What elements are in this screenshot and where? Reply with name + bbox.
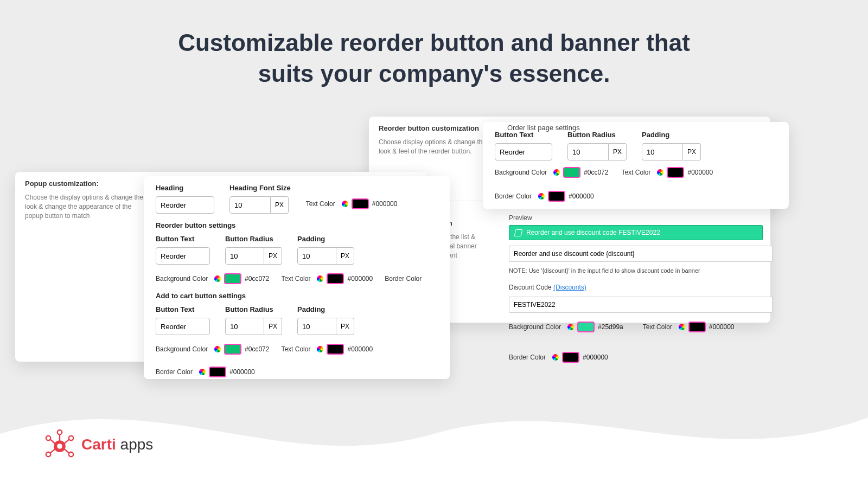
svg-point-3 xyxy=(69,436,73,440)
button-radius-field: Button Radius PX xyxy=(567,131,627,160)
svg-point-6 xyxy=(46,436,50,440)
heading-label: Heading xyxy=(156,184,214,192)
order-list-title: Order list page settings xyxy=(507,124,580,132)
color-swatch xyxy=(688,322,706,332)
svg-point-5 xyxy=(46,452,50,457)
color-wheel-icon xyxy=(538,193,545,200)
svg-line-8 xyxy=(64,439,69,444)
color-wheel-icon xyxy=(317,275,323,282)
sec1-border-color[interactable]: Border Color xyxy=(385,275,425,282)
banner-note: NOTE: Use '{discount}' in the input fiel… xyxy=(509,267,763,274)
popup-side-desc: Choose the display options & change the … xyxy=(25,193,144,220)
sec1-text-color[interactable]: Text Color#000000 xyxy=(281,273,373,284)
orderlist-text-color[interactable]: Text Color #000000 xyxy=(621,167,713,178)
popup-side: Popup customization: Choose the display … xyxy=(15,172,154,228)
reorder-side-title: Reorder button customization xyxy=(379,124,493,132)
reorder-side-desc: Choose display options & change the look… xyxy=(379,138,493,156)
color-wheel-icon xyxy=(567,324,574,330)
banner-body: Preview Reorder and use discount code FE… xyxy=(509,214,763,363)
unit-px: PX xyxy=(683,143,701,160)
heading-font-label: Heading Font Size xyxy=(229,184,291,192)
unit-px: PX xyxy=(271,196,289,214)
sec2-radius-input[interactable] xyxy=(225,318,264,335)
banner-template-input[interactable] xyxy=(509,246,773,262)
megaphone-icon xyxy=(514,229,523,236)
sec2-text-color[interactable]: Text Color#000000 xyxy=(281,344,373,355)
sec1-padding-input[interactable] xyxy=(297,247,336,265)
sec1-radius-input[interactable] xyxy=(225,247,264,265)
order-list-settings-card: Button Text Button Radius PX Padding PX … xyxy=(483,122,789,209)
color-swatch xyxy=(577,322,595,332)
color-swatch xyxy=(352,198,369,209)
color-wheel-icon xyxy=(657,169,663,176)
discounts-link[interactable]: (Discounts) xyxy=(553,284,586,291)
add-to-cart-settings-title: Add to cart button settings xyxy=(156,292,438,300)
button-text-field: Button Text xyxy=(495,131,552,160)
color-swatch xyxy=(548,191,565,202)
orderlist-bg-color[interactable]: Background Color #0cc072 xyxy=(495,167,608,178)
popup-settings-card: Heading Heading Font Size PX Text Color … xyxy=(144,176,450,379)
color-wheel-icon xyxy=(317,346,323,352)
sec2-padding-input[interactable] xyxy=(297,318,336,335)
svg-point-1 xyxy=(57,444,62,449)
brand-logo: Carti apps xyxy=(43,428,153,461)
svg-line-9 xyxy=(64,449,69,453)
banner-bg-color[interactable]: Background Color #25d99a xyxy=(509,322,623,332)
color-swatch xyxy=(667,167,684,178)
heading-text-color[interactable]: Text Color #000000 xyxy=(306,198,398,209)
heading-font-input[interactable] xyxy=(229,196,271,214)
reorder-button-settings-title: Reorder button settings xyxy=(156,221,438,229)
banner-preview: Reorder and use discount code FESTIVE202… xyxy=(509,225,763,240)
sec2-button-text-input[interactable] xyxy=(156,318,210,335)
svg-point-4 xyxy=(69,452,73,457)
banner-preview-text: Reorder and use discount code FESTIVE202… xyxy=(526,229,660,236)
svg-line-10 xyxy=(50,449,55,453)
discount-code-input[interactable] xyxy=(509,297,773,313)
brand-name: Carti xyxy=(81,436,116,453)
banner-text-color[interactable]: Text Color #000000 xyxy=(643,322,735,332)
sec1-button-text-input[interactable] xyxy=(156,247,210,265)
hero-line-2: suits your company's essence. xyxy=(0,58,868,89)
color-wheel-icon xyxy=(553,169,560,176)
preview-label: Preview xyxy=(509,214,763,222)
hero-line-1: Customizable reorder button and banner t… xyxy=(0,27,868,58)
hero-heading: Customizable reorder button and banner t… xyxy=(0,27,868,89)
unit-px: PX xyxy=(609,143,627,160)
heading-input[interactable] xyxy=(156,196,214,214)
color-wheel-icon xyxy=(214,346,221,352)
padding-input[interactable] xyxy=(642,143,683,160)
color-wheel-icon xyxy=(552,354,559,361)
sec1-bg-color[interactable]: Background Color#0cc072 xyxy=(156,273,269,284)
svg-line-11 xyxy=(50,439,55,444)
color-swatch xyxy=(563,167,580,178)
popup-side-title: Popup customization: xyxy=(25,179,144,188)
color-wheel-icon xyxy=(679,324,685,330)
banner-border-color[interactable]: Border Color #000000 xyxy=(509,352,608,363)
padding-field: Padding PX xyxy=(642,131,701,160)
brand-suffix: apps xyxy=(120,436,154,453)
svg-point-2 xyxy=(58,430,62,434)
carti-logo-icon xyxy=(43,428,76,461)
color-wheel-icon xyxy=(214,275,221,282)
color-swatch xyxy=(562,352,579,363)
button-text-input[interactable] xyxy=(495,143,552,160)
button-radius-input[interactable] xyxy=(567,143,609,160)
color-wheel-icon xyxy=(342,201,348,207)
discount-code-label: Discount Code (Discounts) xyxy=(509,284,763,291)
sec2-bg-color[interactable]: Background Color#0cc072 xyxy=(156,344,269,355)
orderlist-border-color[interactable]: Border Color #000000 xyxy=(495,191,594,202)
